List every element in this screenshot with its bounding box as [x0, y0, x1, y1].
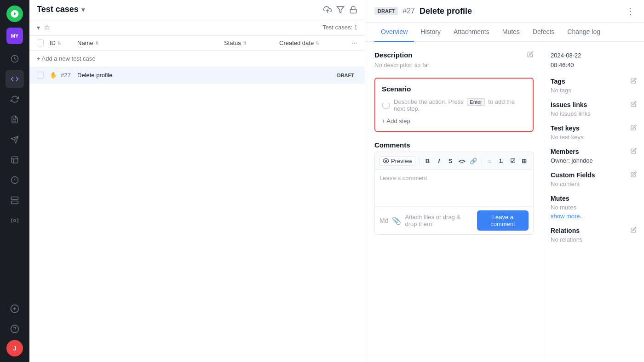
- comments-header: Comments: [374, 141, 534, 149]
- toolbar-divider-2: [482, 157, 482, 165]
- left-panel-header: Test cases ▾: [29, 0, 365, 19]
- tab-defects[interactable]: Defects: [526, 23, 561, 42]
- status-sort-icon: ⇅: [243, 40, 247, 45]
- sidebar-item-launches[interactable]: [6, 130, 24, 149]
- description-edit-icon[interactable]: [527, 51, 534, 59]
- col-header-name[interactable]: Name ⇅: [77, 40, 224, 46]
- relations-edit-icon[interactable]: [631, 227, 637, 234]
- enter-key-hint: Enter: [467, 98, 484, 106]
- tags-edit-icon[interactable]: [631, 78, 637, 85]
- sidebar-item-issues[interactable]: [6, 171, 24, 189]
- bold-button[interactable]: B: [423, 155, 432, 167]
- code-button[interactable]: <>: [458, 155, 466, 167]
- svg-point-12: [14, 220, 16, 222]
- scenario-title: Scenario: [382, 85, 526, 93]
- add-step-button[interactable]: + Add step: [382, 118, 526, 124]
- app-logo[interactable]: [6, 6, 23, 22]
- sidebar-item-code[interactable]: [6, 70, 24, 88]
- custom-fields-section: Custom Fields No content: [551, 171, 637, 187]
- comments-title: Comments: [374, 141, 410, 149]
- table-button[interactable]: ⊞: [520, 155, 529, 167]
- upload-icon[interactable]: [323, 6, 332, 14]
- paperclip-icon: 📎: [392, 216, 401, 225]
- svg-marker-19: [337, 6, 344, 13]
- sidebar-add-button[interactable]: [6, 300, 24, 318]
- description-value: No description so far: [374, 62, 534, 68]
- user-avatar[interactable]: J: [6, 340, 23, 356]
- test-case-status-badge: DRAFT: [334, 72, 357, 79]
- sidebar-item-dashboard[interactable]: [6, 50, 24, 68]
- description-title: Description: [374, 51, 413, 59]
- star-icon[interactable]: ☆: [44, 23, 50, 32]
- description-section: Description No description so far: [374, 51, 534, 68]
- comment-footer: Md 📎 Attach files or drag & drop them Le…: [374, 206, 534, 235]
- issues-links-edit-icon[interactable]: [631, 101, 637, 108]
- scenario-placeholder-text: Describe the action. Press Enter to add …: [394, 98, 526, 112]
- select-all-checkbox[interactable]: [37, 40, 44, 46]
- col-header-id[interactable]: ID ⇅: [50, 40, 77, 46]
- col-header-status[interactable]: Status ⇅: [224, 40, 279, 46]
- toolbar-divider: [419, 157, 420, 165]
- custom-fields-value: No content: [551, 181, 637, 187]
- title-text: Test cases: [37, 5, 79, 14]
- link-button[interactable]: 🔗: [469, 155, 478, 167]
- title-chevron-icon[interactable]: ▾: [81, 6, 85, 13]
- test-keys-section: Test keys No test keys: [551, 124, 637, 141]
- strikethrough-button[interactable]: S: [446, 155, 455, 167]
- mutes-show-more[interactable]: show more...: [551, 213, 637, 220]
- tab-mutes[interactable]: Mutes: [496, 23, 526, 42]
- add-test-case-row[interactable]: + Add a new test case: [29, 51, 365, 67]
- relations-value: No relations: [551, 236, 637, 243]
- row-checkbox[interactable]: [37, 72, 44, 79]
- comments-section: Comments Preview B I S <>: [374, 141, 534, 235]
- table-row[interactable]: ✋ #27 Delete profile DRAFT: [29, 67, 365, 84]
- test-case-id: #27: [61, 72, 77, 79]
- name-sort-icon: ⇅: [95, 40, 99, 45]
- mutes-section: Mutes No mutes show more...: [551, 195, 637, 220]
- tab-attachments[interactable]: Attachments: [447, 23, 496, 42]
- sidebar-item-storage[interactable]: [6, 191, 24, 209]
- chevron-down-icon[interactable]: ▾: [37, 24, 40, 31]
- sidebar-item-sync[interactable]: [6, 90, 24, 108]
- filter-icon[interactable]: [336, 6, 345, 14]
- svg-rect-20: [350, 9, 356, 13]
- svg-rect-4: [12, 157, 18, 163]
- sidebar: MY J: [0, 0, 29, 362]
- sidebar-item-reports[interactable]: [6, 151, 24, 169]
- comment-textarea[interactable]: Leave a comment: [374, 170, 534, 206]
- tags-section: Tags No tags: [551, 78, 637, 94]
- sidebar-help-button[interactable]: [6, 320, 24, 338]
- more-options-icon[interactable]: ⋮: [626, 6, 635, 17]
- checklist-button[interactable]: ☑: [508, 155, 517, 167]
- scenario-input-row[interactable]: Describe the action. Press Enter to add …: [382, 98, 526, 112]
- ordered-list-button[interactable]: 1.: [497, 155, 506, 167]
- workspace-avatar[interactable]: MY: [6, 28, 23, 44]
- col-header-date[interactable]: Created date ⇅: [279, 40, 344, 46]
- sidebar-item-settings[interactable]: [6, 211, 24, 230]
- preview-button[interactable]: Preview: [380, 156, 415, 166]
- test-keys-edit-icon[interactable]: [631, 124, 637, 132]
- scenario-section: Scenario Describe the action. Press Ente…: [374, 78, 534, 132]
- tab-history[interactable]: History: [414, 23, 447, 42]
- right-panel: DRAFT #27 Delete profile ⋮ Overview Hist…: [365, 0, 644, 362]
- test-keys-header: Test keys: [551, 124, 637, 132]
- tab-changelog[interactable]: Change log: [561, 23, 607, 42]
- list-toolbar: ▾ ☆ Test cases: 1: [29, 19, 365, 36]
- col-header-more[interactable]: ⋯: [344, 40, 357, 46]
- svg-rect-8: [12, 197, 18, 200]
- test-keys-value: No test keys: [551, 134, 637, 141]
- relations-header: Relations: [551, 227, 637, 234]
- members-edit-icon[interactable]: [631, 148, 637, 155]
- lock-icon[interactable]: [349, 6, 357, 14]
- sidebar-item-testcases[interactable]: [6, 110, 24, 129]
- submit-comment-button[interactable]: Leave a comment: [477, 210, 529, 231]
- test-title: Delete profile: [420, 6, 472, 16]
- svg-rect-9: [12, 201, 18, 204]
- mutes-value: No mutes: [551, 204, 637, 211]
- tab-overview[interactable]: Overview: [374, 23, 414, 42]
- custom-fields-edit-icon[interactable]: [631, 171, 637, 179]
- left-panel: Test cases ▾ ▾ ☆ Test cases: 1 ID: [29, 0, 365, 362]
- bullet-list-button[interactable]: ≡: [485, 155, 494, 167]
- italic-button[interactable]: I: [435, 155, 443, 167]
- tags-value: No tags: [551, 87, 637, 94]
